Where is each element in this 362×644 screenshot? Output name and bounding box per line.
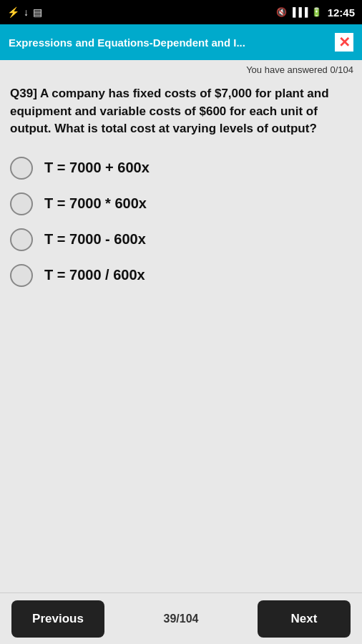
radio-inner-b <box>18 200 25 208</box>
option-a[interactable]: T = 7000 + 600x <box>10 157 352 180</box>
mute-icon: 🔇 <box>276 7 287 17</box>
radio-inner-c <box>18 236 25 243</box>
option-b-text: T = 7000 * 600x <box>44 195 147 212</box>
main-content: Q39] A company has fixed costs of $7,000… <box>0 78 362 592</box>
page-indicator: 39/104 <box>164 613 199 625</box>
status-icons-right: 🔇 ▐▐▐ 🔋 12:45 <box>276 6 355 19</box>
close-button[interactable]: ✕ <box>335 33 353 52</box>
download-icon: ↓ <box>24 6 29 18</box>
option-a-text: T = 7000 + 600x <box>44 160 150 176</box>
clock: 12:45 <box>328 6 355 19</box>
signal-icon: ▐▐▐ <box>290 7 308 17</box>
battery-icon: 🔋 <box>311 7 322 17</box>
radio-b[interactable] <box>10 192 33 215</box>
next-button[interactable]: Next <box>258 600 351 638</box>
progress-text: You have answered 0/104 <box>0 60 362 78</box>
option-c[interactable]: T = 7000 - 600x <box>10 228 352 251</box>
radio-inner-d <box>18 272 25 279</box>
radio-d[interactable] <box>10 264 33 287</box>
question-text: Q39] A company has fixed costs of $7,000… <box>10 85 352 138</box>
option-b[interactable]: T = 7000 * 600x <box>10 192 352 215</box>
previous-button[interactable]: Previous <box>11 600 104 638</box>
option-d-text: T = 7000 / 600x <box>44 267 145 283</box>
usb-icon: ⚡ <box>7 6 19 18</box>
option-c-text: T = 7000 - 600x <box>44 231 146 248</box>
radio-c[interactable] <box>10 228 33 251</box>
status-icons-left: ⚡ ↓ ▤ <box>7 6 42 18</box>
header-title: Expressions and Equations-Dependent and … <box>9 36 328 49</box>
options-list: T = 7000 + 600x T = 7000 * 600x T = 7000… <box>10 157 352 287</box>
radio-inner-a <box>18 165 25 172</box>
file-icon: ▤ <box>33 6 42 18</box>
bottom-bar: Previous 39/104 Next <box>0 592 362 644</box>
radio-a[interactable] <box>10 157 33 180</box>
header-bar: Expressions and Equations-Dependent and … <box>0 24 362 60</box>
option-d[interactable]: T = 7000 / 600x <box>10 264 352 287</box>
status-bar: ⚡ ↓ ▤ 🔇 ▐▐▐ 🔋 12:45 <box>0 0 362 24</box>
